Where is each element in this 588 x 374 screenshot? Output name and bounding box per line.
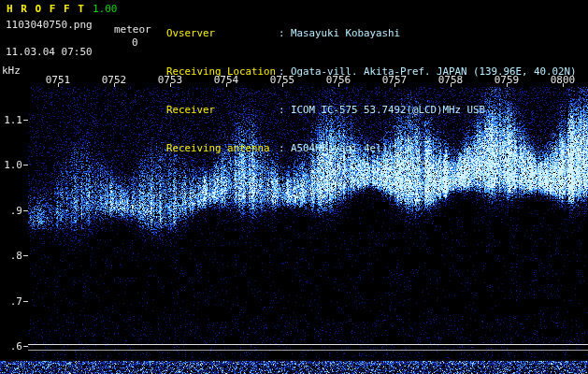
info-value: : A504HB(yagi 4el) — [279, 142, 388, 154]
info-row-receiver: Receiver: ICOM IC-575 53.7492(@LCD)MHz U… — [166, 104, 577, 117]
info-label: Ovserver — [166, 27, 279, 40]
frequency-tick-label: .7 — [0, 295, 22, 308]
frequency-tick-label: .9 — [0, 205, 22, 217]
info-value: : Ogata-vill. Akita-Pref. JAPAN (139.96E… — [279, 65, 577, 78]
info-value: : Masayuki Kobayashi — [279, 27, 400, 39]
y-axis-unit-label: kHz — [2, 65, 21, 77]
time-tick-label: 0759 — [495, 74, 520, 86]
app-version: 1.00 — [93, 3, 118, 15]
info-value: : ICOM IC-575 53.7492(@LCD)MHz USB — [279, 104, 485, 116]
time-tick-label: 0757 — [382, 74, 408, 86]
frequency-tick-label: .6 — [0, 340, 22, 352]
time-tick-label: 0751 — [46, 74, 71, 86]
info-label: Receiving antenna — [166, 142, 279, 155]
meteor-count-value: 0 — [132, 36, 138, 49]
frequency-tick-label: 1.1 — [0, 114, 22, 126]
info-row-observer: Ovserver: Masayuki Kobayashi — [166, 27, 577, 40]
observation-timestamp: 11.03.04 07:50 — [6, 46, 93, 58]
time-tick-label: 0758 — [438, 74, 464, 86]
output-filename: 1103040750.png — [6, 19, 93, 31]
time-tick-label: 0755 — [270, 74, 295, 86]
time-tick-label: 0753 — [158, 74, 183, 86]
time-tick-label: 0752 — [102, 74, 127, 86]
time-tick-label: 0754 — [214, 74, 239, 86]
hrofft-screenshot: H R O F F T 1.00 1103040750.png meteor 0… — [0, 0, 588, 374]
time-tick-label: 0800 — [551, 74, 576, 86]
observation-info-table: Ovserver: Masayuki Kobayashi Receiving L… — [166, 2, 577, 180]
info-row-antenna: Receiving antenna: A504HB(yagi 4el) — [166, 142, 577, 155]
info-label: Receiver — [166, 104, 279, 117]
frequency-tick-label: .8 — [0, 250, 22, 262]
time-tick-label: 0756 — [326, 74, 351, 86]
meteor-count-label: meteor — [114, 23, 151, 36]
frequency-tick-label: 1.0 — [0, 159, 22, 171]
app-title: H R O F F T — [7, 3, 85, 15]
